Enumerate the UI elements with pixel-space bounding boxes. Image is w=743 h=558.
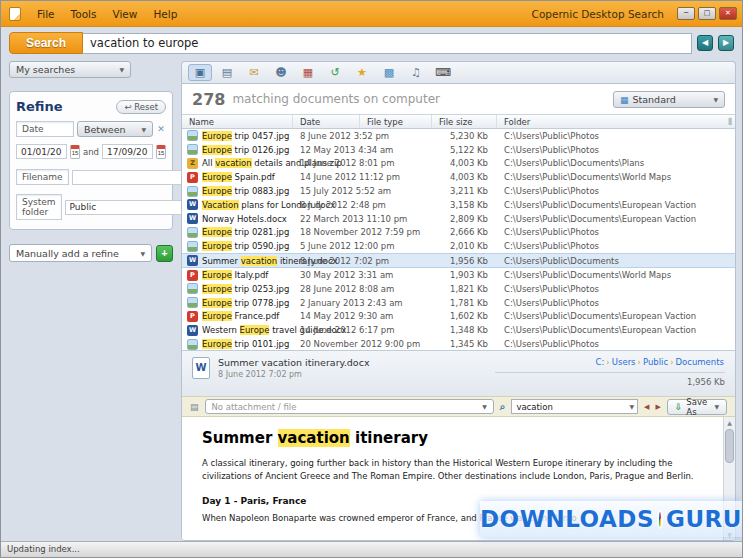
and-label: and bbox=[83, 147, 99, 157]
file-date: 14 June 2012 6:17 pm bbox=[293, 325, 360, 335]
file-date: 14 June 2012 11:12 pm bbox=[293, 172, 360, 182]
column-header-name[interactable]: Name bbox=[182, 115, 293, 128]
file-size: 1,345 Kb bbox=[432, 339, 497, 349]
table-row[interactable]: PEurope Spain.pdf14 June 2012 11:12 pm4,… bbox=[182, 170, 735, 184]
window-title: Copernic Desktop Search bbox=[532, 8, 664, 20]
chevron-down-icon[interactable]: ▼ bbox=[626, 403, 637, 410]
minimize-button[interactable]: ─ bbox=[677, 7, 695, 20]
file-name: Europe Italy.pdf bbox=[202, 270, 268, 280]
column-header-file-type[interactable]: File type bbox=[360, 115, 432, 128]
column-header-folder[interactable]: Folder bbox=[497, 115, 735, 128]
add-refine-dropdown[interactable]: Manually add a refine ▼ bbox=[9, 244, 152, 262]
chevron-down-icon: ▼ bbox=[482, 403, 487, 410]
table-row[interactable]: Europe trip 0101.jpg20 November 2012 9:0… bbox=[182, 337, 735, 350]
file-size: 5,230 Kb bbox=[432, 131, 497, 141]
close-button[interactable]: ✕ bbox=[719, 7, 737, 20]
tab-music[interactable]: ♫ bbox=[404, 64, 428, 81]
tab-pictures[interactable]: ▩ bbox=[377, 64, 401, 81]
table-row[interactable]: Europe trip 0883.jpg15 July 2012 5:52 am… bbox=[182, 184, 735, 198]
results-panel: 278 matching documents on computer ▦Stan… bbox=[181, 83, 736, 541]
calendar-icon[interactable]: 15 bbox=[156, 145, 166, 159]
doc-paragraph-1: A classical itinerary, going further bac… bbox=[202, 457, 705, 483]
doc-title: Summer vacation itinerary bbox=[202, 429, 705, 447]
add-refine-button[interactable]: + bbox=[156, 245, 173, 262]
find-next-icon[interactable]: ▶ bbox=[655, 403, 660, 411]
filename-label: Filename bbox=[16, 169, 69, 185]
app-icon bbox=[9, 7, 21, 21]
tab-contacts[interactable]: ☻ bbox=[269, 64, 293, 81]
table-row[interactable]: Europe trip 0281.jpg18 November 2012 7:5… bbox=[182, 226, 735, 240]
tab-calendar[interactable]: ▦ bbox=[296, 64, 320, 81]
table-row[interactable]: WWestern Europe travel guide.docx14 June… bbox=[182, 323, 735, 337]
jpg-file-icon bbox=[187, 241, 198, 252]
breadcrumb-link[interactable]: C: bbox=[596, 357, 605, 367]
table-row[interactable]: PEurope France.pdf14 May 2012 9:30 am1,6… bbox=[182, 310, 735, 324]
pdf-file-icon: P bbox=[187, 172, 198, 183]
tab-files[interactable]: ▣ bbox=[188, 64, 212, 81]
menu-view[interactable]: View bbox=[104, 5, 145, 23]
calendar-icon[interactable]: 15 bbox=[70, 145, 80, 159]
table-row[interactable]: WSummer vacation itinerary.docx8 June 20… bbox=[182, 253, 735, 268]
remove-date-refine-icon[interactable]: ✕ bbox=[156, 124, 166, 134]
downloads-guru-logo-icon bbox=[657, 510, 663, 529]
table-row[interactable]: ZAll vacation details and plans.zip14 Ju… bbox=[182, 157, 735, 171]
file-date: 30 May 2012 3:31 am bbox=[293, 270, 360, 280]
table-row[interactable]: Europe trip 0778.jpg2 January 2013 2:43 … bbox=[182, 296, 735, 310]
breadcrumb-separator: › bbox=[670, 357, 673, 367]
save-as-button[interactable]: ⇩ Save As ▼ bbox=[667, 399, 727, 415]
file-date: 14 June 2012 8:01 pm bbox=[293, 158, 360, 168]
reset-button[interactable]: ↩ Reset bbox=[116, 100, 166, 114]
jpg-file-icon bbox=[187, 186, 198, 197]
tab-favorites[interactable]: ★ bbox=[350, 64, 374, 81]
view-mode-dropdown[interactable]: ▦Standard ▼ bbox=[613, 91, 725, 108]
search-input[interactable] bbox=[83, 33, 692, 54]
column-header-date[interactable]: Date bbox=[293, 115, 360, 128]
file-folder: C:\Users\Public\Documents\European Vacti… bbox=[497, 214, 735, 224]
file-size: 3,211 Kb bbox=[432, 186, 497, 196]
my-searches-dropdown[interactable]: My searches ▼ bbox=[9, 61, 131, 78]
file-name: Europe trip 0457.jpg bbox=[202, 131, 289, 141]
file-name: Europe trip 0883.jpg bbox=[202, 186, 289, 196]
find-in-document-input[interactable] bbox=[512, 402, 626, 412]
breadcrumb-link[interactable]: Documents bbox=[676, 357, 724, 367]
attachment-dropdown[interactable]: No attachment / file ▼ bbox=[205, 399, 494, 414]
table-row[interactable]: WVacation plans for London.docx8 July 20… bbox=[182, 198, 735, 212]
table-row[interactable]: PEurope Italy.pdf30 May 2012 3:31 am1,90… bbox=[182, 268, 735, 282]
tab-history[interactable]: ↺ bbox=[323, 64, 347, 81]
scroll-up-icon[interactable]: ▲ bbox=[724, 417, 735, 428]
file-size: 1,781 Kb bbox=[432, 298, 497, 308]
file-folder: C:\Users\Public\Photos bbox=[497, 284, 735, 294]
table-row[interactable]: Europe trip 0590.jpg5 June 2012 12:00 pm… bbox=[182, 239, 735, 253]
results-count: 278 bbox=[192, 90, 225, 109]
table-row[interactable]: Europe trip 0253.jpg28 June 2012 8:08 am… bbox=[182, 282, 735, 296]
jpg-file-icon bbox=[187, 339, 198, 350]
refine-title: Refine bbox=[16, 99, 63, 114]
file-name: Europe trip 0253.jpg bbox=[202, 284, 289, 294]
date-label: Date bbox=[16, 121, 74, 137]
file-size: 5,122 Kb bbox=[432, 145, 497, 155]
nav-forward-button[interactable]: ▶ bbox=[718, 35, 734, 51]
search-button[interactable]: Search bbox=[9, 32, 83, 54]
table-row[interactable]: Europe trip 0457.jpg8 June 2012 3:52 pm5… bbox=[182, 129, 735, 143]
column-options-icon[interactable]: ⫼ bbox=[728, 117, 732, 127]
scrollbar-thumb[interactable] bbox=[725, 429, 734, 463]
menu-help[interactable]: Help bbox=[145, 5, 185, 23]
date-from-input[interactable] bbox=[16, 144, 67, 159]
table-row[interactable]: Europe trip 0126.jpg12 May 2013 4:34 am5… bbox=[182, 143, 735, 157]
date-to-input[interactable] bbox=[102, 144, 153, 159]
find-previous-icon[interactable]: ◀ bbox=[644, 403, 649, 411]
date-operator-dropdown[interactable]: Between ▼ bbox=[77, 121, 153, 137]
tab-documents[interactable]: ▤ bbox=[215, 64, 239, 81]
system-folder-input[interactable] bbox=[65, 200, 195, 215]
table-row[interactable]: WNorway Hotels.docx22 March 2013 11:10 p… bbox=[182, 212, 735, 226]
maximize-button[interactable]: □ bbox=[698, 7, 716, 20]
tab-videos[interactable]: ⌨ bbox=[431, 64, 455, 81]
breadcrumb-link[interactable]: Public bbox=[643, 357, 668, 367]
column-header-file-size[interactable]: File size bbox=[432, 115, 497, 128]
menu-tools[interactable]: Tools bbox=[63, 5, 105, 23]
pdf-file-icon: P bbox=[187, 311, 198, 322]
menu-file[interactable]: File bbox=[29, 5, 63, 23]
tab-emails[interactable]: ✉ bbox=[242, 64, 266, 81]
nav-back-button[interactable]: ◀ bbox=[697, 35, 713, 51]
breadcrumb-link[interactable]: Users bbox=[612, 357, 636, 367]
